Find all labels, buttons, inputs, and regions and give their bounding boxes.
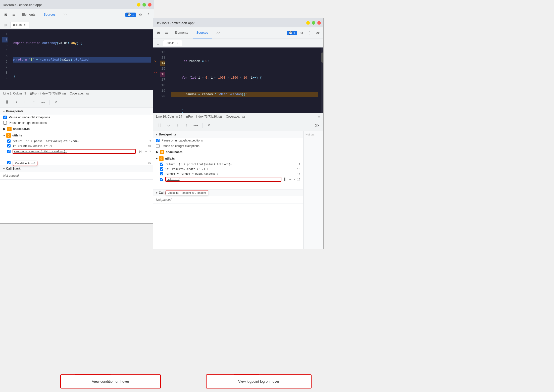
chevron-down-icon-bp-2: ▾ [156, 133, 157, 136]
breakpoints-header-1[interactable]: ▾ Breakpoints [0, 108, 154, 115]
coverage-1: Coverage: n/a [70, 92, 89, 95]
tab-sources-2[interactable]: Sources [193, 27, 212, 38]
scrollbar-thumb-2[interactable] [321, 53, 323, 63]
step-over-btn-2[interactable]: ↺ [165, 122, 172, 129]
annotation-view-logpoint: View logpoint log on hover [206, 374, 312, 388]
message-badge-2[interactable]: 💬 1 [287, 31, 297, 35]
step-out-btn-2[interactable]: ↑ [183, 122, 190, 129]
tab-elements-1[interactable]: Elements [18, 9, 39, 20]
debug-toolbar-1: ⏸ ↺ ↓ ↑ →→ ⊘ [0, 97, 154, 108]
minimize-btn-2[interactable] [306, 21, 310, 25]
bp-check-2-2[interactable] [160, 167, 163, 171]
bp-check-1-3[interactable] [7, 150, 11, 153]
more-icon-2[interactable]: ⋮ [306, 29, 313, 36]
cursor-position-1: Line 2, Column 3 [3, 92, 26, 95]
annotation-view-condition: View condition on hover [60, 374, 161, 388]
coverage-2: Coverage: n/a [226, 115, 245, 118]
sidebar-toggle-2[interactable]: ◫ [155, 40, 161, 46]
settings-icon-1[interactable]: ⚙ [137, 11, 144, 18]
tab-more-1[interactable]: >> [60, 9, 71, 20]
breakpoint-file-utils-1[interactable]: ▾ {} utils.ts [0, 132, 154, 139]
step-over-btn-1[interactable]: ↺ [12, 99, 19, 106]
pause-caught-check-2[interactable] [156, 144, 160, 148]
file-icon-snackbar-2: {} [160, 150, 164, 154]
sidebar-toggle-1[interactable]: ◫ [2, 22, 8, 28]
tab-elements-2[interactable]: Elements [171, 27, 192, 38]
bp-check-2-1[interactable] [160, 163, 163, 166]
breakpoint-file-utils-2[interactable]: ▾ {} utils.ts [153, 155, 303, 162]
titlebar-controls-2 [306, 21, 321, 25]
titlebar-controls-1 [137, 3, 152, 7]
tab-more-2[interactable]: >> [213, 27, 224, 38]
delete-icon-2-4[interactable]: × [293, 178, 295, 181]
chevron-right-icon-snackbar-1: ▶ [3, 127, 6, 131]
close-btn-2[interactable] [317, 21, 321, 25]
cursor-icon-1[interactable]: ◙ [2, 11, 9, 18]
expand-icon-2[interactable]: ≫ [314, 29, 321, 36]
bp-check-1-4[interactable] [7, 161, 11, 164]
maximize-btn-2[interactable] [312, 21, 315, 25]
edit-icon-2-4[interactable]: ✏ [289, 178, 291, 181]
file-icon-utils-1: {} [6, 133, 11, 138]
layers-icon-1[interactable]: ▭ [10, 11, 17, 18]
bp-check-2-4[interactable] [160, 178, 163, 181]
bp-check-1-1[interactable] [7, 139, 11, 143]
bp-item-1-3: random = random * Math.random(); 14 ✏ × … [0, 148, 154, 160]
file-tab-bar-2: ◫ utils.ts × [153, 38, 323, 47]
deactivate-btn-2[interactable]: ⊘ [206, 122, 213, 129]
expand-panel-btn-2[interactable]: ▭ [318, 115, 320, 118]
deactivate-btn-1[interactable]: ⊘ [53, 99, 60, 106]
scrollbar-2[interactable] [321, 47, 323, 113]
pause-uncaught-check-2[interactable] [156, 139, 160, 142]
titlebar-1-title: DevTools - coffee-cart.app/ [3, 3, 42, 7]
continue-btn-2[interactable]: →→ [192, 122, 199, 129]
file-tab-close-1[interactable]: × [23, 23, 27, 27]
breakpoints-header-2[interactable]: ▾ Breakpoints [153, 131, 303, 138]
step-into-btn-2[interactable]: ↓ [174, 122, 181, 129]
titlebar-2-title: DevTools - coffee-cart.app/ [156, 21, 194, 25]
chevron-down-icon-utils-2: ▾ [156, 157, 158, 160]
expand-btn-2[interactable]: ≫ [313, 122, 320, 129]
edit-icon-1-3[interactable]: ✏ [145, 150, 147, 153]
chevron-right-icon-snackbar-2: ▶ [156, 150, 158, 154]
cursor-icon-2[interactable]: ◙ [155, 29, 162, 36]
breakpoint-file-snackbar-2[interactable]: ▶ {} snackbar.ts [153, 149, 303, 155]
pause-uncaught-check-1[interactable] [3, 116, 7, 119]
file-tab-utils-2[interactable]: utils.ts × [163, 40, 182, 46]
pause-btn-2[interactable]: ⏸ [156, 122, 163, 129]
close-btn-1[interactable] [148, 3, 152, 7]
file-tab-bar-1: ◫ utils.ts × [0, 20, 154, 29]
tab-sources-1[interactable]: Sources [40, 9, 59, 20]
chevron-down-icon-1: ▾ [3, 110, 5, 113]
source-map-2: ((From index-73f73a80.js)) [186, 115, 222, 118]
call-stack-section-1: ▾ Call Stack Not paused [0, 165, 154, 180]
message-badge-1[interactable]: 💬 1 [125, 13, 136, 17]
titlebar-2: DevTools - coffee-cart.app/ [153, 18, 323, 27]
devtools-window-1: DevTools - coffee-cart.app/ ◙ ▭ Elements… [0, 0, 154, 224]
line-numbers-1: 1 2 3 4 5 6 7 8 9 [0, 29, 10, 90]
maximize-btn-1[interactable] [142, 3, 146, 7]
minimize-btn-1[interactable] [137, 3, 140, 7]
delete-icon-1-3[interactable]: × [149, 150, 151, 153]
breakpoint-file-snackbar-1[interactable]: ▶ {} snackbar.ts [0, 126, 154, 132]
bp-item-1-1: return '$' + parseFloat(value).toFixed(…… [0, 139, 154, 143]
layers-icon-2[interactable]: ▭ [163, 29, 170, 36]
code-editor-1: 1 2 3 4 5 6 7 8 9 export function curren… [0, 29, 154, 90]
step-into-btn-1[interactable]: ↓ [21, 99, 28, 106]
settings-icon-2[interactable]: ⚙ [298, 29, 305, 36]
file-tab-utils-1[interactable]: utils.ts × [10, 22, 29, 28]
file-tab-close-2[interactable]: × [176, 41, 179, 45]
not-paused-1: Not paused [0, 172, 154, 179]
more-icon-1[interactable]: ⋮ [145, 11, 152, 18]
call-stack-header-1[interactable]: ▾ Call Stack [0, 165, 154, 172]
logpoint-tooltip-2: Logpoint: 'Random is ', random [166, 190, 208, 195]
bp-item-2-2: if (results.length >= 7) { 10 [153, 167, 303, 171]
pause-caught-check-1[interactable] [3, 121, 7, 125]
continue-btn-1[interactable]: →→ [39, 99, 46, 106]
bp-item-2-4: return { ▋ ✏ × 16 Logpoint: 'Random is '… [153, 176, 303, 189]
bp-check-1-2[interactable] [7, 144, 11, 148]
bp-check-2-3[interactable] [160, 172, 163, 175]
pause-uncaught-row-2: Pause on uncaught exceptions [153, 138, 303, 143]
step-out-btn-1[interactable]: ↑ [30, 99, 37, 106]
pause-btn-1[interactable]: ⏸ [3, 99, 10, 106]
